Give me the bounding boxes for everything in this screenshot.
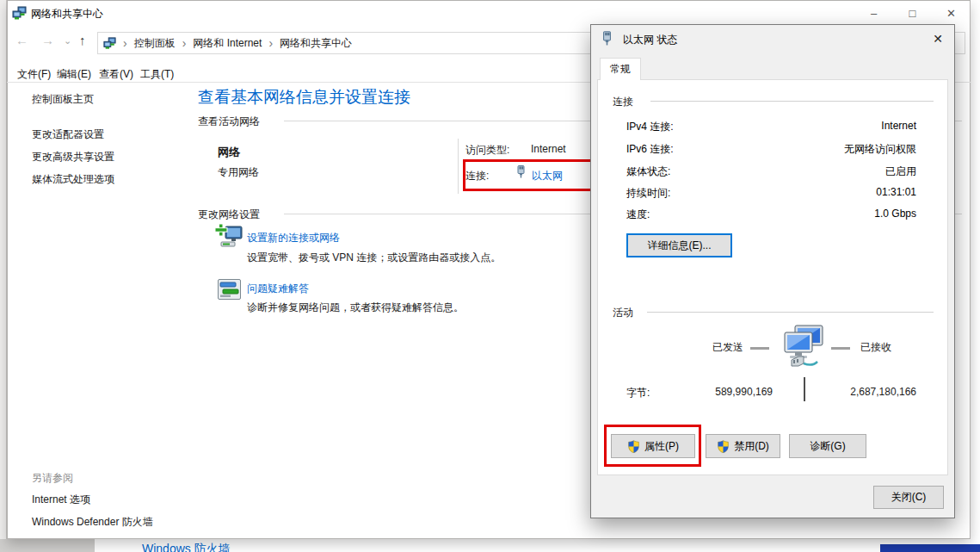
sidebar-item-windows-defender-firewall[interactable]: Windows Defender 防火墙 bbox=[32, 515, 153, 530]
menu-file[interactable]: 文件(F) bbox=[17, 67, 51, 82]
desktop-wallpaper bbox=[880, 544, 980, 552]
dialog-close-icon[interactable]: ✕ bbox=[926, 29, 950, 48]
minimize-button[interactable]: – bbox=[854, 0, 893, 26]
duration-value: 01:31:01 bbox=[626, 186, 916, 198]
sidebar-item-change-adapter-settings[interactable]: 更改适配器设置 bbox=[32, 127, 104, 142]
up-icon[interactable]: ↑ bbox=[79, 33, 86, 47]
background-window-edge bbox=[0, 0, 7, 552]
connection-group-label: 连接 bbox=[613, 95, 633, 109]
change-network-settings-label: 更改网络设置 bbox=[198, 208, 260, 222]
access-type-label: 访问类型: bbox=[465, 143, 509, 158]
sidebar-item-internet-options[interactable]: Internet 选项 bbox=[32, 493, 90, 507]
connection-group-line bbox=[650, 101, 934, 102]
page-title: 查看基本网络信息并设置连接 bbox=[198, 86, 410, 109]
ipv6-value: 无网络访问权限 bbox=[626, 142, 916, 157]
bytes-label: 字节: bbox=[626, 386, 650, 400]
breadcrumb-chevron-icon: › bbox=[123, 36, 127, 50]
network-center-icon bbox=[12, 6, 27, 21]
access-type-value: Internet bbox=[531, 143, 566, 155]
bytes-sent-value: 589,990,169 bbox=[687, 386, 773, 398]
highlight-box-properties bbox=[604, 425, 701, 467]
sidebar-item-change-advanced-sharing[interactable]: 更改高级共享设置 bbox=[32, 150, 114, 164]
speed-value: 1.0 Gbps bbox=[626, 208, 916, 220]
breadcrumb-control-panel[interactable]: 控制面板 bbox=[134, 36, 176, 51]
window-title: 网络和共享中心 bbox=[31, 7, 103, 22]
bytes-received-value: 2,687,180,166 bbox=[822, 386, 916, 398]
back-icon[interactable]: ← bbox=[15, 33, 28, 47]
network-name: 网络 bbox=[218, 145, 240, 160]
screen: Windows 防火墙 网络和共享中心 – □ ✕ ← → ⌄ ↑ bbox=[0, 0, 980, 552]
background-window-strip bbox=[0, 539, 95, 552]
uac-shield-icon bbox=[717, 440, 730, 453]
address-network-icon bbox=[103, 37, 116, 50]
breadcrumb-network-internet[interactable]: 网络和 Internet bbox=[193, 36, 262, 51]
forward-icon[interactable]: → bbox=[41, 33, 54, 47]
highlight-box-connection bbox=[463, 159, 602, 191]
menu-view[interactable]: 查看(V) bbox=[99, 67, 133, 82]
see-also-header: 另请参阅 bbox=[32, 471, 73, 486]
activity-group-label: 活动 bbox=[613, 306, 633, 320]
maximize-button[interactable]: □ bbox=[893, 0, 932, 26]
sidebar-item-media-streaming[interactable]: 媒体流式处理选项 bbox=[32, 172, 114, 187]
sent-dash bbox=[750, 347, 769, 350]
dialog-title: 以太网 状态 bbox=[623, 33, 677, 47]
breadcrumb-network-sharing-center[interactable]: 网络和共享中心 bbox=[280, 36, 352, 51]
tab-general[interactable]: 常规 bbox=[600, 58, 641, 80]
menu-tools[interactable]: 工具(T) bbox=[140, 67, 174, 82]
dialog-close-button-label: 关闭(C) bbox=[891, 490, 927, 505]
sent-label: 已发送 bbox=[712, 340, 743, 355]
task-new-connection-desc: 设置宽带、拨号或 VPN 连接；或设置路由器或接入点。 bbox=[247, 251, 501, 265]
new-connection-icon bbox=[215, 224, 244, 251]
details-button-label: 详细信息(E)... bbox=[648, 239, 712, 253]
media-state-value: 已启用 bbox=[626, 164, 916, 179]
dialog-tab-page bbox=[597, 79, 948, 475]
network-type: 专用网络 bbox=[218, 165, 259, 180]
dialog-ethernet-plug-icon bbox=[601, 30, 613, 46]
breadcrumb-chevron-icon: › bbox=[182, 36, 187, 50]
background-firewall-link[interactable]: Windows 防火墙 bbox=[142, 542, 231, 552]
disable-button-label: 禁用(D) bbox=[734, 439, 769, 454]
breadcrumb-chevron-icon: › bbox=[268, 36, 273, 50]
network-info-divider bbox=[458, 139, 459, 194]
task-troubleshoot-link[interactable]: 问题疑难解答 bbox=[247, 282, 309, 296]
activity-group-line bbox=[647, 312, 934, 313]
received-label: 已接收 bbox=[860, 340, 891, 355]
troubleshoot-icon bbox=[218, 279, 241, 300]
close-button[interactable]: ✕ bbox=[932, 0, 971, 26]
menu-edit[interactable]: 编辑(E) bbox=[57, 67, 91, 82]
activity-computers-icon bbox=[776, 324, 826, 370]
task-troubleshoot-desc: 诊断并修复网络问题，或者获得疑难解答信息。 bbox=[247, 301, 464, 315]
details-button[interactable]: 详细信息(E)... bbox=[626, 233, 732, 257]
recent-locations-icon[interactable]: ⌄ bbox=[64, 35, 71, 47]
disable-button[interactable]: 禁用(D) bbox=[706, 434, 780, 458]
received-dash bbox=[831, 347, 850, 350]
sidebar-item-control-panel-home[interactable]: 控制面板主页 bbox=[32, 92, 94, 107]
bytes-divider bbox=[804, 377, 805, 401]
diagnose-button-label: 诊断(G) bbox=[810, 439, 845, 454]
task-new-connection-link[interactable]: 设置新的连接或网络 bbox=[247, 231, 340, 245]
dialog-close-button[interactable]: 关闭(C) bbox=[873, 486, 944, 509]
ipv4-value: Internet bbox=[626, 120, 916, 132]
active-networks-label: 查看活动网络 bbox=[198, 115, 260, 129]
diagnose-button[interactable]: 诊断(G) bbox=[789, 434, 866, 458]
